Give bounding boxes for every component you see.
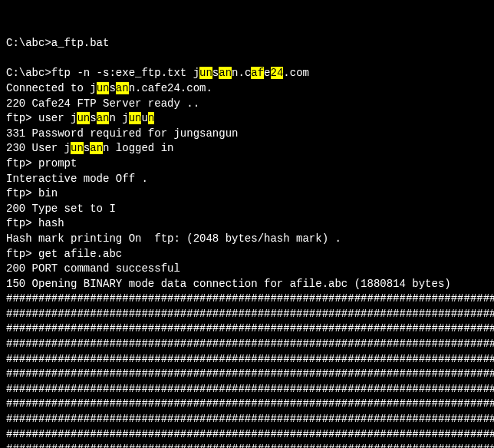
redacted: un xyxy=(71,142,84,154)
hash-line: ########################################… xyxy=(6,353,494,365)
hash-line: ########################################… xyxy=(6,292,494,305)
line: Interactive mode Off . xyxy=(6,173,148,185)
line: e xyxy=(264,67,270,79)
hash-line: ########################################… xyxy=(6,383,494,395)
line: Connected to j xyxy=(6,82,97,94)
line: 230 User j xyxy=(6,142,71,154)
hash-line: ########################################… xyxy=(6,443,494,448)
redacted: an xyxy=(116,82,129,94)
line: n logged in xyxy=(103,142,173,154)
redacted: an xyxy=(90,142,103,154)
redacted: an xyxy=(97,112,110,124)
line: s xyxy=(109,82,115,94)
prompt: C:\abc> xyxy=(6,67,51,79)
line: ftp> hash xyxy=(6,217,64,229)
line: ftp> get afile.abc xyxy=(6,248,122,260)
redacted: af xyxy=(251,67,264,79)
line: 200 Type set to I xyxy=(6,203,116,215)
line: s xyxy=(84,142,90,154)
line: 200 PORT command successful xyxy=(6,262,180,275)
redacted: un xyxy=(97,82,110,94)
line: 150 Opening BINARY mode data connection … xyxy=(6,278,451,290)
hash-line: ########################################… xyxy=(6,308,494,320)
hash-line: ########################################… xyxy=(6,413,494,425)
prompt: C:\abc> xyxy=(6,37,51,49)
line: ftp> prompt xyxy=(6,157,77,170)
line: 331 Password required for jungsangun xyxy=(6,127,238,140)
line: ftp> user j xyxy=(6,112,77,124)
hash-line: ########################################… xyxy=(6,397,494,410)
line: n j xyxy=(109,112,128,124)
redacted: an xyxy=(219,67,232,79)
redacted: un xyxy=(77,112,90,124)
line: n.c xyxy=(232,67,251,79)
line: ftp> bin xyxy=(6,187,58,199)
line: s xyxy=(212,67,219,79)
line: Hash mark printing On ftp: (2048 bytes/h… xyxy=(6,232,341,245)
line: u xyxy=(141,112,147,124)
redacted: un xyxy=(129,112,142,124)
hash-line: ########################################… xyxy=(6,338,494,350)
hash-line: ########################################… xyxy=(6,367,494,380)
line: n.cafe24.com. xyxy=(129,82,212,94)
line: ftp -n -s:exe_ftp.txt j xyxy=(51,67,199,79)
redacted: 24 xyxy=(271,67,284,79)
hash-line: ########################################… xyxy=(6,322,494,334)
redacted: un xyxy=(199,67,212,79)
line: s xyxy=(90,112,96,124)
redacted: n xyxy=(148,112,154,124)
line: 220 Cafe24 FTP Server ready .. xyxy=(6,97,199,110)
terminal-output: C:\abc>a_ftp.bat C:\abc>ftp -n -s:exe_ft… xyxy=(6,36,488,448)
line: .com xyxy=(283,67,309,79)
hash-line: ########################################… xyxy=(6,428,494,440)
cmd: a_ftp.bat xyxy=(51,37,110,49)
